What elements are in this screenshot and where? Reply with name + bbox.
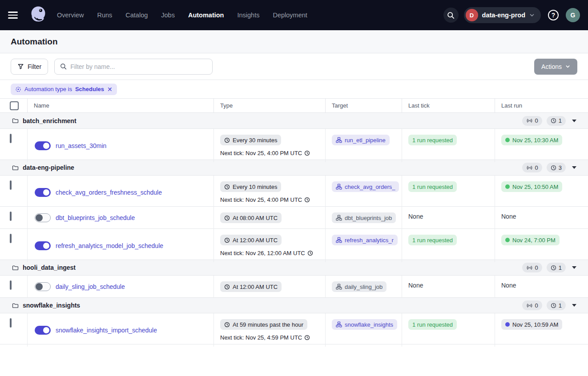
table-row: snowflake_insights_import_scheduleAt 59 …	[0, 313, 588, 344]
nav-item-deployment[interactable]: Deployment	[273, 12, 307, 19]
column-header-last-run[interactable]: Last run	[495, 99, 588, 112]
nav-item-overview[interactable]: Overview	[57, 12, 84, 19]
schedule-count: 3	[559, 164, 562, 171]
funnel-icon	[17, 63, 24, 70]
schedule-type-cell: At 59 minutes past the hourNext tick: No…	[213, 313, 325, 347]
row-checkbox[interactable]	[10, 180, 12, 190]
schedule-count-badge: 1	[547, 263, 566, 272]
last-run-none: None	[501, 282, 516, 289]
table-row: run_assets_30minEvery 30 minutesNext tic…	[0, 128, 588, 160]
sensor-count-badge: 0	[522, 263, 542, 272]
hamburger-menu-icon[interactable]	[7, 8, 22, 23]
nav-item-catalog[interactable]: Catalog	[125, 12, 148, 19]
schedule-type-pill: Every 10 minutes	[220, 181, 281, 192]
row-checkbox[interactable]	[10, 212, 12, 221]
group-counts: 01	[522, 263, 578, 272]
last-tick-cell: 1 run requested	[402, 229, 495, 262]
group-collapse-caret-icon[interactable]	[570, 264, 578, 272]
last-tick-pill[interactable]: 1 run requested	[408, 235, 457, 245]
row-select-cell	[0, 129, 27, 162]
actions-button[interactable]: Actions	[534, 59, 577, 75]
column-header-type[interactable]: Type	[213, 99, 325, 112]
user-avatar[interactable]: G	[566, 8, 580, 22]
schedule-toggle[interactable]	[35, 326, 51, 335]
row-select-cell	[0, 229, 27, 262]
schedule-toggle[interactable]	[35, 213, 51, 222]
nav-item-runs[interactable]: Runs	[97, 12, 112, 19]
group-collapse-caret-icon[interactable]	[570, 117, 578, 125]
last-run-label: Nov 25, 10:59 AM	[512, 321, 558, 328]
filter-chip-close-icon[interactable]: ✕	[107, 86, 113, 92]
last-tick-pill[interactable]: 1 run requested	[408, 181, 457, 192]
schedule-type-pill: At 12:00 AM UTC	[220, 235, 282, 245]
filter-chip-automation-type[interactable]: Automation type is Schedules ✕	[11, 84, 117, 95]
last-tick-cell: 1 run requested	[402, 313, 495, 347]
target-job-label: snowflake_insights	[345, 321, 393, 328]
target-job-pill[interactable]: check_avg_orders_	[332, 181, 399, 192]
last-run-pill[interactable]: Nov 25, 10:50 AM	[501, 181, 562, 192]
row-checkbox[interactable]	[10, 234, 12, 243]
column-header-last-tick[interactable]: Last tick	[402, 99, 495, 112]
column-header-target[interactable]: Target	[325, 99, 402, 112]
filter-button[interactable]: Filter	[11, 59, 48, 75]
select-all-cell	[0, 99, 27, 112]
schedule-name-cell: snowflake_insights_import_schedule	[27, 313, 213, 347]
schedule-name-link[interactable]: check_avg_orders_freshness_schdule	[56, 189, 162, 196]
row-select-cell	[0, 207, 27, 229]
last-run-pill[interactable]: Nov 24, 7:00 PM	[501, 235, 560, 245]
row-checkbox[interactable]	[10, 280, 12, 290]
workspace-switcher[interactable]: D data-eng-prod	[464, 7, 541, 23]
group-row-snowflake_insights: snowflake_insights01	[0, 297, 588, 313]
target-job-pill[interactable]: run_etl_pipeline	[332, 135, 390, 145]
schedule-name-link[interactable]: daily_sling_job_schedule	[56, 283, 125, 290]
last-run-pill[interactable]: Nov 25, 10:30 AM	[501, 135, 562, 145]
group-counts: 01	[522, 300, 578, 310]
schedule-name-link[interactable]: run_assets_30min	[56, 142, 106, 149]
schedule-toggle[interactable]	[35, 141, 51, 150]
group-collapse-caret-icon[interactable]	[570, 301, 578, 309]
schedule-name-cell: check_avg_orders_freshness_schdule	[27, 176, 213, 209]
nav-item-jobs[interactable]: Jobs	[161, 12, 175, 19]
sensor-count-badge: 0	[522, 163, 542, 172]
dagster-logo-icon[interactable]	[28, 4, 48, 26]
toggle-knob	[36, 214, 43, 221]
target-job-pill[interactable]: daily_sling_job	[332, 281, 387, 292]
last-tick-cell: 1 run requested	[402, 176, 495, 209]
last-run-pill[interactable]: Nov 25, 10:59 AM	[501, 319, 562, 330]
schedule-count: 1	[559, 117, 562, 124]
main-nav: OverviewRunsCatalogJobsAutomationInsight…	[57, 12, 307, 19]
workspace-badge: D	[466, 9, 478, 21]
schedule-name-link[interactable]: snowflake_insights_import_schedule	[56, 327, 157, 334]
schedule-toggle[interactable]	[35, 241, 51, 250]
search-button[interactable]	[443, 8, 459, 23]
toggle-knob	[36, 283, 43, 290]
last-tick-pill[interactable]: 1 run requested	[408, 135, 457, 145]
schedule-type-cell: Every 10 minutesNext tick: Nov 25, 4:00 …	[213, 176, 325, 209]
schedule-type-pill: At 08:00 AM UTC	[220, 212, 282, 223]
search-icon	[60, 63, 67, 70]
row-select-cell	[0, 176, 27, 209]
nav-item-insights[interactable]: Insights	[237, 12, 259, 19]
row-checkbox[interactable]	[10, 318, 12, 328]
chevron-down-icon	[529, 12, 535, 18]
schedule-type-label: Every 10 minutes	[233, 184, 277, 190]
column-header-name[interactable]: Name	[27, 99, 213, 112]
target-job-pill[interactable]: dbt_blueprints_job	[332, 212, 396, 223]
target-job-pill[interactable]: refresh_analytics_r	[332, 235, 398, 245]
row-checkbox[interactable]	[10, 134, 12, 143]
schedule-name-link[interactable]: dbt_blueprints_job_schedule	[56, 214, 135, 221]
schedule-toggle[interactable]	[35, 282, 51, 291]
group-counts: 03	[522, 163, 578, 172]
help-button[interactable]: ?	[546, 8, 560, 22]
nav-item-automation[interactable]: Automation	[188, 12, 224, 19]
active-filters-row: Automation type is Schedules ✕	[0, 80, 588, 99]
schedule-toggle[interactable]	[35, 188, 51, 197]
name-filter-input[interactable]	[70, 63, 207, 70]
run-status-dot	[505, 184, 510, 189]
last-tick-pill[interactable]: 1 run requested	[408, 319, 457, 330]
last-run-none: None	[501, 213, 516, 220]
target-job-pill[interactable]: snowflake_insights	[332, 319, 397, 330]
schedule-name-link[interactable]: refresh_analytics_model_job_schedule	[56, 242, 163, 249]
select-all-checkbox[interactable]	[10, 101, 19, 110]
group-collapse-caret-icon[interactable]	[570, 164, 578, 172]
